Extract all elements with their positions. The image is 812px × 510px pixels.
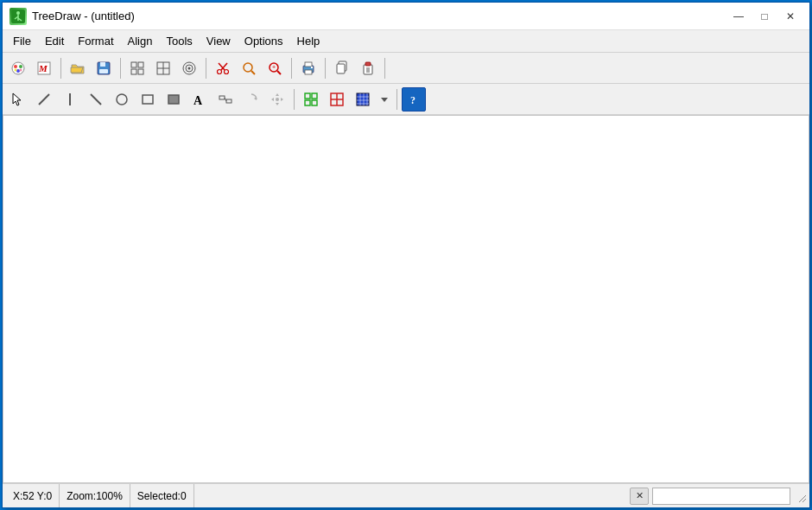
svg-marker-58 (276, 93, 279, 96)
vert-line-button[interactable] (58, 87, 82, 112)
circle-tool-button[interactable] (110, 87, 134, 112)
draw-sep-2 (396, 89, 397, 110)
copy-button[interactable] (330, 56, 354, 80)
status-bar: X:52 Y:0 Zoom:100% Selected:0 ✕ (3, 483, 809, 507)
svg-rect-64 (312, 93, 317, 99)
grid-outline-button[interactable] (325, 87, 349, 112)
target-button[interactable] (177, 56, 201, 80)
svg-line-33 (277, 71, 281, 74)
title-bar-controls: — □ ✕ (726, 8, 802, 25)
canvas-area[interactable] (3, 115, 809, 483)
close-button[interactable]: ✕ (778, 8, 802, 25)
svg-text:?: ? (410, 94, 416, 106)
sep-3 (206, 58, 206, 79)
filled-rect-button[interactable] (162, 87, 186, 112)
title-bar-left: TreeDraw - (untitled) (10, 8, 135, 25)
svg-rect-66 (312, 100, 317, 105)
svg-rect-65 (305, 100, 310, 105)
svg-rect-15 (99, 69, 108, 73)
grid-b-button[interactable] (151, 56, 175, 80)
svg-point-50 (117, 94, 127, 105)
grid-view-button[interactable] (299, 87, 323, 112)
move-button[interactable] (265, 87, 289, 112)
menu-edit[interactable]: Edit (38, 32, 71, 50)
svg-rect-63 (305, 93, 310, 99)
svg-point-25 (188, 67, 191, 69)
svg-rect-14 (100, 62, 105, 67)
main-window: TreeDraw - (untitled) — □ ✕ File Edit Fo… (2, 2, 810, 508)
cancel-button[interactable]: ✕ (630, 488, 649, 505)
app-icon (10, 8, 27, 25)
svg-point-62 (276, 98, 279, 101)
menu-options[interactable]: Options (238, 32, 290, 50)
palette-button[interactable] (6, 56, 30, 80)
svg-rect-40 (337, 64, 345, 73)
svg-point-1 (16, 11, 20, 15)
draw-toolbar: A (3, 84, 809, 115)
cursor-tool-button[interactable] (6, 87, 30, 112)
menu-tools[interactable]: Tools (159, 32, 199, 50)
draw-sep-1 (294, 89, 295, 110)
small-grid-button[interactable] (351, 87, 375, 112)
zoom-display: Zoom:100% (60, 484, 130, 507)
svg-rect-37 (305, 70, 312, 74)
diag-line-button[interactable] (84, 87, 108, 112)
svg-point-7 (19, 65, 22, 68)
grid-a-button[interactable] (125, 56, 149, 80)
svg-rect-16 (131, 62, 136, 67)
svg-rect-51 (143, 95, 153, 104)
rotate-button[interactable] (239, 87, 263, 112)
svg-point-30 (244, 63, 252, 72)
rect-tool-button[interactable] (136, 87, 160, 112)
svg-text:+: + (272, 64, 276, 70)
svg-line-31 (251, 71, 255, 74)
svg-point-26 (218, 69, 222, 73)
sep-1 (60, 58, 61, 79)
menu-file[interactable]: File (6, 32, 38, 50)
svg-rect-42 (365, 62, 371, 66)
menu-format[interactable]: Format (71, 32, 120, 50)
resize-grip[interactable] (794, 490, 806, 502)
line-tool-button[interactable] (32, 87, 56, 112)
main-toolbar: M (3, 53, 809, 84)
replace-button[interactable]: + (263, 56, 287, 80)
save-button[interactable] (92, 56, 116, 80)
svg-line-81 (802, 499, 806, 502)
menu-help[interactable]: Help (290, 32, 327, 50)
svg-rect-52 (168, 95, 179, 104)
connect-button[interactable] (213, 87, 238, 112)
svg-rect-17 (138, 62, 143, 67)
svg-marker-59 (276, 103, 279, 105)
text-tool-button[interactable]: A (187, 87, 212, 112)
svg-marker-60 (271, 98, 274, 101)
minimize-button[interactable]: — (726, 8, 751, 25)
svg-marker-46 (13, 93, 21, 105)
window-title: TreeDraw - (untitled) (32, 10, 135, 22)
svg-point-9 (15, 68, 17, 71)
paste-button[interactable] (356, 56, 380, 80)
coords-display: X:52 Y:0 (6, 484, 60, 507)
svg-marker-77 (381, 98, 388, 102)
dropdown-button[interactable] (377, 87, 392, 112)
help-button[interactable]: ? (402, 87, 426, 112)
sep-5 (325, 58, 326, 79)
print-button[interactable] (296, 56, 320, 80)
svg-line-47 (39, 94, 49, 105)
find-button[interactable] (237, 56, 261, 80)
title-bar: TreeDraw - (untitled) — □ ✕ (3, 3, 809, 30)
svg-marker-61 (281, 98, 283, 101)
svg-text:A: A (193, 94, 203, 107)
svg-marker-57 (254, 97, 257, 100)
menu-align[interactable]: Align (121, 32, 160, 50)
memo-button[interactable]: M (32, 56, 56, 80)
sep-2 (120, 58, 121, 79)
progress-bar (652, 488, 790, 505)
svg-text:M: M (38, 63, 48, 73)
cut-button[interactable] (211, 56, 235, 80)
svg-point-8 (16, 69, 20, 73)
menu-view[interactable]: View (200, 32, 238, 50)
svg-rect-55 (226, 99, 232, 103)
maximize-button[interactable]: □ (752, 8, 777, 25)
open-button[interactable] (66, 56, 90, 80)
svg-rect-18 (131, 69, 136, 74)
